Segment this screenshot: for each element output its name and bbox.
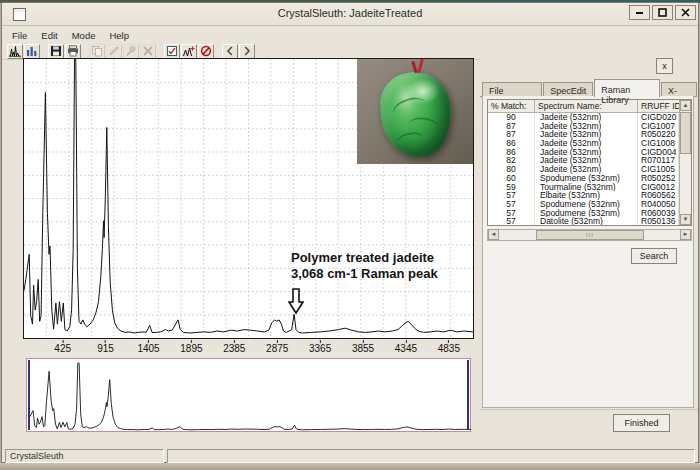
- tick-label: 4835: [438, 343, 460, 354]
- match-percent: 86: [488, 139, 535, 148]
- table-row[interactable]: 57Spodumene (532nm)R040050: [488, 200, 679, 209]
- table-row[interactable]: 59Tourmaline (532nm)CIG0012: [488, 183, 679, 192]
- match-percent: 57: [488, 209, 535, 218]
- search-button[interactable]: Search: [631, 248, 677, 264]
- main-spectrum-chart[interactable]: Polymer treated jadeite 3,068 cm-1 Raman…: [23, 58, 474, 339]
- spectrum-name: Spodumene (532nm): [535, 209, 638, 218]
- table-row[interactable]: 57Elbaite (532nm)R060562: [488, 191, 679, 200]
- x-tick-2385: 2385: [223, 340, 245, 354]
- delete-x-icon: [142, 45, 154, 57]
- bar-chart-icon: [26, 45, 38, 57]
- match-results-table: % Match:Spectrum Name:RRUFF ID: 90Jadeit…: [487, 99, 692, 226]
- window-title: CrystalSleuth: JadeiteTreated: [2, 7, 698, 19]
- panel-close-button[interactable]: x: [656, 58, 673, 74]
- rruff-id: R070117: [638, 156, 679, 165]
- table-header: % Match:Spectrum Name:RRUFF ID:: [488, 100, 691, 113]
- table-row[interactable]: 90Jadeite (532nm)CIGD020: [488, 113, 679, 122]
- print-button[interactable]: [65, 44, 81, 59]
- match-percent: 82: [488, 156, 535, 165]
- spectrum-chart-button[interactable]: [7, 44, 23, 59]
- close-button[interactable]: [675, 5, 696, 20]
- menu-item-edit[interactable]: Edit: [34, 28, 64, 43]
- match-percent: 86: [488, 148, 535, 157]
- desktop-background-bottom: [0, 463, 700, 470]
- vertical-scrollbar[interactable]: ▲ ▼: [679, 100, 691, 225]
- rruff-id: R040050: [638, 200, 679, 209]
- x-tick-3365: 3365: [309, 340, 331, 354]
- tick-label: 425: [54, 343, 71, 354]
- analyze-check-icon: [166, 45, 178, 57]
- save-icon: [50, 45, 62, 57]
- scroll-down-button[interactable]: ▼: [680, 214, 691, 225]
- column-header[interactable]: % Match:: [488, 100, 535, 112]
- tick-label: 2385: [223, 343, 245, 354]
- tab-specedit[interactable]: SpecEdit: [543, 82, 593, 97]
- screen: CrystalSleuth: JadeiteTreated: [0, 0, 700, 470]
- copy-icon: [91, 45, 103, 57]
- table-row[interactable]: 60Spodumene (532nm)R050252: [488, 174, 679, 183]
- tick-label: 3855: [352, 343, 374, 354]
- overview-spectrum[interactable]: [26, 358, 471, 432]
- table-row[interactable]: 57Datolite (532nm)R050136: [488, 217, 679, 225]
- match-percent: 59: [488, 183, 535, 192]
- range-marker-left[interactable]: [28, 360, 30, 430]
- delete-x-button: [140, 44, 156, 59]
- status-cell-empty: [167, 449, 695, 463]
- table-row[interactable]: 82Jadeite (532nm)R070117: [488, 156, 679, 165]
- tab-raman-library[interactable]: Raman Library: [594, 79, 660, 97]
- next-arrow-button[interactable]: [239, 44, 255, 59]
- match-percent: 57: [488, 191, 535, 200]
- table-row[interactable]: 87Jadeite (532nm)R050220: [488, 130, 679, 139]
- tick-label: 915: [97, 343, 114, 354]
- horizontal-scroll-thumb[interactable]: III: [536, 230, 644, 240]
- minimize-button[interactable]: [629, 5, 650, 20]
- tick-label: 1895: [180, 343, 202, 354]
- match-percent: 90: [488, 113, 535, 122]
- match-percent: 87: [488, 122, 535, 131]
- match-percent: 80: [488, 165, 535, 174]
- table-row[interactable]: 57Spodumene (532nm)R060039: [488, 209, 679, 218]
- tab-file-manager[interactable]: File Manager: [482, 82, 542, 97]
- rruff-id: R060039: [638, 209, 679, 218]
- spectrum-name: Jadeite (532nm): [535, 122, 638, 131]
- rruff-id: CIG1008: [638, 139, 679, 148]
- menu-item-help[interactable]: Help: [102, 28, 136, 43]
- bar-chart-button[interactable]: [24, 44, 40, 59]
- tick-label: 4345: [395, 343, 417, 354]
- prev-arrow-icon: [224, 45, 236, 57]
- vertical-scroll-thumb[interactable]: [680, 112, 691, 154]
- scroll-up-button[interactable]: ▲: [680, 100, 691, 111]
- stop-button[interactable]: [198, 44, 214, 59]
- rruff-id: R050252: [638, 174, 679, 183]
- chart-add-button[interactable]: [181, 44, 197, 59]
- table-row[interactable]: 86Jadeite (532nm)CIG1008: [488, 139, 679, 148]
- column-header[interactable]: RRUFF ID:: [638, 100, 679, 112]
- rruff-id: CIG1007: [638, 122, 679, 131]
- menu-item-file[interactable]: File: [5, 28, 34, 43]
- spectrum-name: Spodumene (532nm): [535, 200, 638, 209]
- prev-arrow-button[interactable]: [222, 44, 238, 59]
- horizontal-scrollbar[interactable]: ◄ III ►: [487, 229, 692, 241]
- spectrum-name: Jadeite (532nm): [535, 156, 638, 165]
- titlebar[interactable]: CrystalSleuth: JadeiteTreated: [2, 3, 698, 26]
- down-arrow-icon: [288, 288, 304, 315]
- save-button[interactable]: [48, 44, 64, 59]
- rruff-id: CIG1005: [638, 165, 679, 174]
- match-percent: 60: [488, 174, 535, 183]
- match-percent: 87: [488, 130, 535, 139]
- maximize-button[interactable]: [652, 5, 673, 20]
- finished-button[interactable]: Finished: [613, 414, 670, 432]
- rruff-id: CIG0012: [638, 183, 679, 192]
- analyze-check-button[interactable]: [164, 44, 180, 59]
- spectrum-name: Jadeite (532nm): [535, 130, 638, 139]
- table-row[interactable]: 80Jadeite (532nm)CIG1005: [488, 165, 679, 174]
- tab-x-ray[interactable]: X-Ray: [661, 82, 697, 97]
- table-row[interactable]: 87Jadeite (532nm)CIG1007: [488, 122, 679, 131]
- scroll-left-button[interactable]: ◄: [488, 229, 499, 240]
- scroll-right-button[interactable]: ►: [680, 229, 691, 240]
- menu-item-mode[interactable]: Mode: [65, 28, 103, 43]
- rruff-id: R050136: [638, 217, 679, 225]
- range-marker-right[interactable]: [467, 360, 469, 430]
- jadeite-pendant-photo: [357, 59, 473, 164]
- table-row[interactable]: 86Jadeite (532nm)CIGD004: [488, 148, 679, 157]
